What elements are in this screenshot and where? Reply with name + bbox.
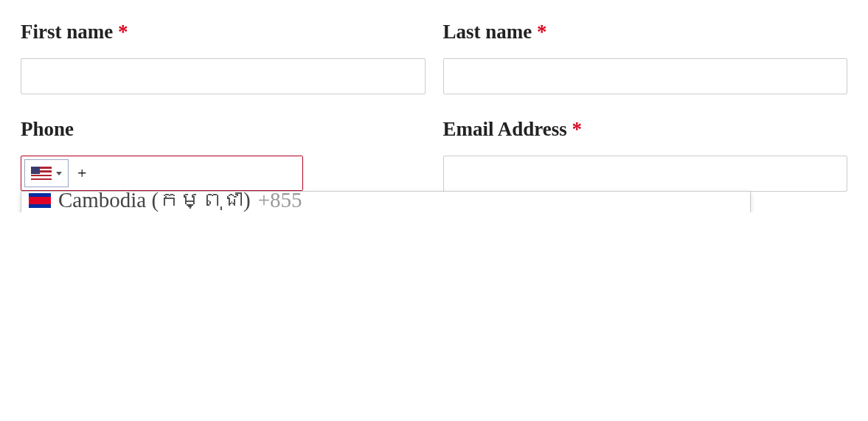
phone-input[interactable] xyxy=(72,156,302,190)
label-text: Email Address xyxy=(443,118,567,140)
first-name-input[interactable] xyxy=(21,58,426,94)
phone-label: Phone xyxy=(21,118,426,141)
first-name-field: First name * xyxy=(21,21,426,94)
last-name-label: Last name * xyxy=(443,21,848,44)
country-dropdown[interactable]: Cambodia (កម្ពុជា) +855 Cameroon (Camero… xyxy=(21,191,751,212)
country-option[interactable]: Cambodia (កម្ពុជា) +855 xyxy=(21,191,750,212)
country-selector[interactable] xyxy=(24,159,69,187)
phone-field: Phone Cambodia (កម្ពុជា) +855 Cameroon (… xyxy=(21,118,426,192)
phone-input-wrap: Cambodia (កម្ពុជា) +855 Cameroon (Camero… xyxy=(21,156,303,191)
label-text: First name xyxy=(21,21,113,43)
dial-code: +855 xyxy=(258,191,302,212)
last-name-field: Last name * xyxy=(443,21,848,94)
required-marker: * xyxy=(118,21,128,43)
required-marker: * xyxy=(572,118,583,140)
email-label: Email Address * xyxy=(443,118,848,141)
email-input[interactable] xyxy=(443,156,848,192)
country-name: Cambodia (កម្ពុជា) xyxy=(58,191,251,212)
flag-icon xyxy=(31,167,52,180)
label-text: Phone xyxy=(21,118,74,140)
label-text: Last name xyxy=(443,21,532,43)
required-marker: * xyxy=(537,21,547,43)
chevron-down-icon xyxy=(56,172,62,175)
email-field: Email Address * xyxy=(443,118,848,192)
first-name-label: First name * xyxy=(21,21,426,44)
last-name-input[interactable] xyxy=(443,58,848,94)
flag-icon xyxy=(29,193,51,208)
